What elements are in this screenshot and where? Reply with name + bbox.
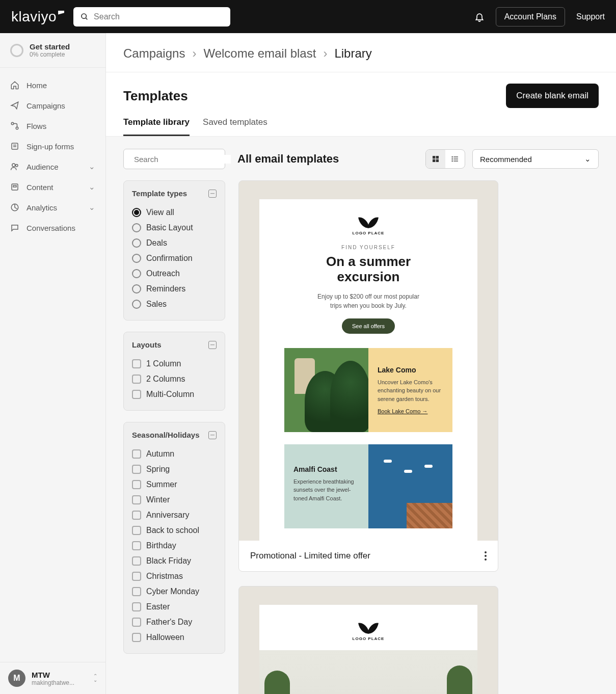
global-search-input[interactable] — [94, 12, 223, 21]
seasonal-summer[interactable]: Summer — [132, 477, 217, 492]
checkbox-icon — [132, 618, 141, 627]
brand-logo[interactable]: klaviyo — [11, 9, 64, 25]
chevron-down-icon: ⌄ — [89, 203, 95, 212]
seasonal-back-to-school[interactable]: Back to school — [132, 523, 217, 538]
create-blank-email-button[interactable]: Create blank email — [506, 84, 599, 108]
checkbox-icon — [132, 359, 141, 368]
nav-analytics[interactable]: Analytics⌄ — [0, 197, 105, 218]
layout-2col[interactable]: 2 Columns — [132, 371, 217, 387]
collapse-icon[interactable] — [208, 190, 217, 198]
tab-template-library[interactable]: Template library — [123, 117, 190, 136]
user-sub: makingthatwe... — [32, 679, 74, 686]
destination-image — [368, 444, 452, 528]
collapse-icon[interactable] — [208, 431, 217, 439]
template-preview: LOGO PLACE — [239, 586, 498, 694]
type-outreach[interactable]: Outreach — [132, 266, 217, 281]
list-view-button[interactable] — [445, 150, 465, 168]
svg-point-22 — [452, 158, 452, 159]
radio-icon — [132, 254, 141, 263]
seasonal-anniversary[interactable]: Anniversary — [132, 508, 217, 523]
nav-campaigns[interactable]: Campaigns — [0, 95, 105, 116]
svg-rect-15 — [436, 156, 439, 158]
type-basic-layout[interactable]: Basic Layout — [132, 220, 217, 235]
get-started[interactable]: Get started 0% complete — [0, 33, 105, 68]
get-started-sub: 0% complete — [30, 51, 70, 58]
seasonal-black-friday[interactable]: Black Friday — [132, 553, 217, 569]
template-search[interactable] — [123, 149, 225, 169]
grid-view-button[interactable] — [426, 150, 445, 168]
bell-icon[interactable] — [474, 12, 485, 22]
template-search-input[interactable] — [134, 155, 231, 164]
checkbox-icon — [132, 390, 141, 399]
seasonal-fathers-day[interactable]: Father's Day — [132, 615, 217, 630]
crumb-campaigns[interactable]: Campaigns — [123, 46, 185, 61]
template-card-2[interactable]: LOGO PLACE — [238, 586, 498, 694]
home-icon — [10, 81, 19, 90]
page-title: Templates — [123, 88, 188, 104]
filter-layouts: Layouts 1 Column 2 Columns Multi-Column — [123, 332, 225, 411]
chevron-down-icon: ⌄ — [89, 182, 95, 192]
nav-content[interactable]: Content⌄ — [0, 177, 105, 197]
type-deals[interactable]: Deals — [132, 235, 217, 251]
nav-conversations[interactable]: Conversations — [0, 218, 105, 238]
svg-point-2 — [11, 122, 14, 125]
account-plans-button[interactable]: Account Plans — [496, 7, 565, 26]
seasonal-birthday[interactable]: Birthday — [132, 538, 217, 553]
type-view-all[interactable]: View all — [132, 205, 217, 220]
sort-select[interactable]: Recommended ⌄ — [472, 149, 599, 169]
view-toggle — [425, 149, 465, 169]
seasonal-christmas[interactable]: Christmas — [132, 569, 217, 584]
seasonal-easter[interactable]: Easter — [132, 599, 217, 615]
seasonal-winter[interactable]: Winter — [132, 492, 217, 508]
nav-home[interactable]: Home — [0, 75, 105, 95]
template-logo-icon — [358, 212, 379, 229]
crumb-welcome[interactable]: Welcome email blast — [203, 46, 316, 61]
seasonal-autumn[interactable]: Autumn — [132, 446, 217, 462]
people-icon — [10, 162, 19, 171]
nav-signup-forms[interactable]: Sign-up forms — [0, 136, 105, 156]
checkbox-icon — [132, 556, 141, 566]
topbar: klaviyo Account Plans Support — [0, 0, 616, 33]
seasonal-spring[interactable]: Spring — [132, 462, 217, 477]
checkbox-icon — [132, 587, 141, 596]
chevron-right-icon: › — [192, 46, 196, 61]
layout-multi[interactable]: Multi-Column — [132, 387, 217, 402]
support-link[interactable]: Support — [576, 12, 605, 21]
checkbox-icon — [132, 465, 141, 474]
type-reminders[interactable]: Reminders — [132, 281, 217, 297]
checkbox-icon — [132, 375, 141, 384]
layout-1col[interactable]: 1 Column — [132, 356, 217, 371]
svg-point-3 — [16, 127, 18, 129]
global-search[interactable] — [73, 7, 230, 26]
checkbox-icon — [132, 480, 141, 489]
checkbox-icon — [132, 495, 141, 504]
checkbox-icon — [132, 526, 141, 535]
radio-icon — [132, 300, 141, 309]
search-icon — [81, 13, 89, 21]
template-logo-icon — [358, 618, 379, 634]
filter-seasonal: Seasonal/Holidays Autumn Spring Summer W… — [123, 422, 225, 654]
seasonal-cyber-monday[interactable]: Cyber Monday — [132, 584, 217, 599]
nav-audience[interactable]: Audience⌄ — [0, 156, 105, 177]
updown-icon: ⌃⌄ — [93, 674, 97, 682]
svg-line-1 — [86, 18, 87, 19]
type-confirmation[interactable]: Confirmation — [132, 251, 217, 266]
template-card-promotional[interactable]: LOGO PLACE FIND YOURSELF On a summerexcu… — [238, 180, 498, 572]
cta-pill: See all offers — [342, 318, 395, 334]
hero-image — [259, 650, 477, 694]
nav-flows[interactable]: Flows — [0, 116, 105, 136]
user-footer[interactable]: M MTW makingthatwe... ⌃⌄ — [0, 662, 105, 694]
svg-rect-16 — [433, 159, 435, 162]
chat-icon — [10, 223, 19, 232]
destination-image — [284, 348, 368, 432]
collapse-icon[interactable] — [208, 341, 217, 349]
kebab-menu-icon[interactable] — [485, 551, 487, 560]
tab-saved-templates[interactable]: Saved templates — [203, 117, 267, 136]
seasonal-halloween[interactable]: Halloween — [132, 630, 217, 645]
type-sales[interactable]: Sales — [132, 297, 217, 312]
radio-icon — [132, 284, 141, 293]
checkbox-icon — [132, 633, 141, 642]
chevron-down-icon: ⌄ — [584, 154, 591, 164]
breadcrumb: Campaigns › Welcome email blast › Librar… — [106, 33, 616, 72]
radio-icon — [132, 238, 141, 248]
